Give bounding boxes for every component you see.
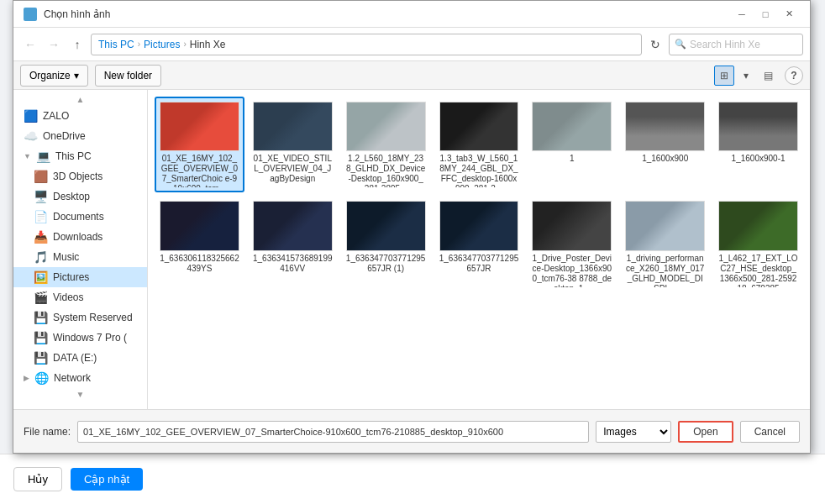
organize-button[interactable]: Organize ▾ [20, 65, 88, 87]
refresh-button[interactable]: ↻ [645, 34, 665, 55]
forward-button[interactable]: → [44, 34, 64, 55]
onedrive-label: OneDrive [43, 130, 86, 142]
dialog-icon [24, 8, 37, 21]
cancel-button[interactable]: Cancel [740, 421, 800, 443]
breadcrumb-pictures[interactable]: Pictures [144, 39, 180, 50]
sidebar-item-downloads[interactable]: 📥 Downloads [13, 227, 147, 247]
file-name-13: 1_driving_performance_X260_18MY_017_GLHD… [625, 254, 705, 287]
file-item-3[interactable]: 1.2_L560_18MY_238_GLHD_DX_Device-Desktop… [341, 97, 431, 192]
sidebar-item-3d-objects[interactable]: 🟫 3D Objects [13, 166, 147, 186]
help-button[interactable]: ? [785, 66, 803, 85]
3d-objects-icon: 🟫 [34, 170, 48, 183]
filename-label: File name: [24, 426, 71, 438]
sidebar: ▲ 🟦 ZALO ☁️ OneDrive ▼ 💻 This PC 🟫 3D Ob [13, 90, 148, 409]
file-item-11[interactable]: 1_636347703771295657JR [434, 196, 524, 291]
view-large-icons-button[interactable]: ⊞ [714, 66, 734, 86]
new-folder-label: New folder [104, 70, 152, 81]
sidebar-item-videos[interactable]: 🎬 Videos [13, 287, 147, 307]
videos-icon: 🎬 [34, 291, 48, 304]
sidebar-item-windows7[interactable]: 💾 Windows 7 Pro ( [13, 328, 147, 348]
sidebar-scroll-up[interactable]: ▲ [13, 93, 147, 106]
data-e-label: DATA (E:) [53, 352, 97, 364]
filename-input[interactable] [77, 421, 589, 443]
file-name-9: 1_636341573689199416VV [253, 254, 333, 274]
sidebar-scroll-down[interactable]: ▼ [13, 388, 147, 401]
view-dropdown-button[interactable]: ▾ [736, 66, 756, 86]
back-button[interactable]: ← [20, 34, 40, 55]
this-pc-icon: 💻 [36, 150, 50, 163]
sidebar-item-system-reserved[interactable]: 💾 System Reserved [13, 307, 147, 328]
file-name-3: 1.2_L560_18MY_238_GLHD_DX_Device-Desktop… [346, 154, 426, 187]
up-button[interactable]: ↑ [67, 34, 87, 55]
title-bar: Chọn hình ảnh ─ □ ✕ [13, 1, 810, 28]
file-item-13[interactable]: 1_driving_performance_X260_18MY_017_GLHD… [620, 196, 710, 291]
videos-label: Videos [53, 291, 83, 303]
open-button[interactable]: Open [678, 421, 733, 443]
file-item-10[interactable]: 1_636347703771295657JR (1) [341, 196, 431, 291]
sidebar-item-onedrive[interactable]: ☁️ OneDrive [13, 126, 147, 146]
file-item-6[interactable]: 1_1600x900 [620, 97, 710, 192]
file-item-12[interactable]: 1_Drive_Poster_Device-Desktop_1366x900_t… [527, 196, 617, 291]
documents-label: Documents [53, 211, 104, 223]
pictures-label: Pictures [53, 271, 89, 283]
file-grid: 01_XE_16MY_102_GEE_OVERVIEW_07_SmarterCh… [155, 97, 803, 292]
file-name-2: 01_XE_VIDEO_STILL_OVERVIEW_04_JagByDesig… [253, 154, 333, 184]
maximize-button[interactable]: □ [754, 6, 776, 23]
file-dialog: Chọn hình ảnh ─ □ ✕ ← → ↑ This PC › Pict… [13, 0, 811, 454]
breadcrumb-hinhxe[interactable]: Hinh Xe [190, 39, 226, 50]
file-item-8[interactable]: 1_636306118325662439YS [155, 196, 244, 291]
background-bottom-bar: Hủy Cập nhật [0, 454, 825, 504]
sidebar-item-pictures[interactable]: 🖼️ Pictures [13, 267, 147, 287]
file-thumb-4 [439, 102, 519, 151]
file-item-1[interactable]: 01_XE_16MY_102_GEE_OVERVIEW_07_SmarterCh… [155, 97, 244, 192]
breadcrumb[interactable]: This PC › Pictures › Hinh Xe [91, 34, 642, 55]
file-item-4[interactable]: 1.3_tab3_W_L560_18MY_244_GBL_DX_FFC_desk… [434, 97, 524, 192]
view-pane-button[interactable]: ▤ [758, 66, 778, 86]
close-button[interactable]: ✕ [778, 6, 800, 23]
view-controls: ⊞ ▾ ▤ [714, 66, 778, 86]
file-name-12: 1_Drive_Poster_Device-Desktop_1366x900_t… [532, 254, 612, 287]
file-thumb-10 [346, 201, 426, 250]
file-thumb-7 [718, 102, 798, 151]
sidebar-item-this-pc[interactable]: ▼ 💻 This PC [13, 146, 147, 166]
file-item-2[interactable]: 01_XE_VIDEO_STILL_OVERVIEW_04_JagByDesig… [248, 97, 338, 192]
content-area: ▲ 🟦 ZALO ☁️ OneDrive ▼ 💻 This PC 🟫 3D Ob [13, 90, 810, 409]
sidebar-item-desktop[interactable]: 🖥️ Desktop [13, 186, 147, 207]
file-name-10: 1_636347703771295657JR (1) [346, 254, 426, 274]
file-name-8: 1_636306118325662439YS [160, 254, 239, 274]
file-item-5[interactable]: 1 [527, 97, 617, 192]
minimize-button[interactable]: ─ [731, 6, 753, 23]
file-name-6: 1_1600x900 [625, 154, 705, 164]
file-thumb-11 [439, 201, 519, 250]
onedrive-icon: ☁️ [24, 129, 38, 143]
toolbar: Organize ▾ New folder ⊞ ▾ ▤ ? [13, 61, 810, 90]
zalo-label: ZALO [43, 110, 69, 122]
data-e-icon: 💾 [34, 351, 48, 365]
3d-objects-label: 3D Objects [53, 171, 102, 182]
file-item-14[interactable]: 1_L462_17_EXT_LOC27_HSE_desktop_1366x500… [713, 196, 803, 291]
system-reserved-icon: 💾 [34, 311, 48, 324]
new-folder-button[interactable]: New folder [95, 65, 161, 87]
network-icon: 🌐 [34, 371, 49, 385]
file-name-1: 01_XE_16MY_102_GEE_OVERVIEW_07_SmarterCh… [160, 154, 239, 187]
windows7-icon: 💾 [34, 331, 48, 344]
sidebar-item-documents[interactable]: 📄 Documents [13, 207, 147, 227]
file-item-7[interactable]: 1_1600x900-1 [713, 97, 803, 192]
file-item-9[interactable]: 1_636341573689199416VV [248, 196, 338, 291]
sidebar-item-network[interactable]: ▶ 🌐 Network [13, 368, 147, 388]
this-pc-expander: ▼ [24, 152, 31, 160]
system-reserved-label: System Reserved [53, 312, 133, 323]
sidebar-item-music[interactable]: 🎵 Music [13, 247, 147, 267]
sep1: › [138, 39, 140, 49]
file-name-5: 1 [532, 154, 612, 164]
sidebar-item-zalo[interactable]: 🟦 ZALO [13, 106, 147, 126]
file-grid-container[interactable]: 01_XE_16MY_102_GEE_OVERVIEW_07_SmarterCh… [148, 90, 810, 409]
file-thumb-14 [718, 201, 798, 250]
filetype-select[interactable]: Images All Files [596, 421, 671, 443]
breadcrumb-this-pc[interactable]: This PC [98, 39, 134, 50]
sidebar-item-data-e[interactable]: 💾 DATA (E:) [13, 348, 147, 368]
dialog-title: Chọn hình ảnh [44, 8, 110, 20]
file-thumb-8 [160, 201, 239, 250]
window-controls: ─ □ ✕ [731, 6, 800, 23]
zalo-icon: 🟦 [24, 109, 38, 123]
